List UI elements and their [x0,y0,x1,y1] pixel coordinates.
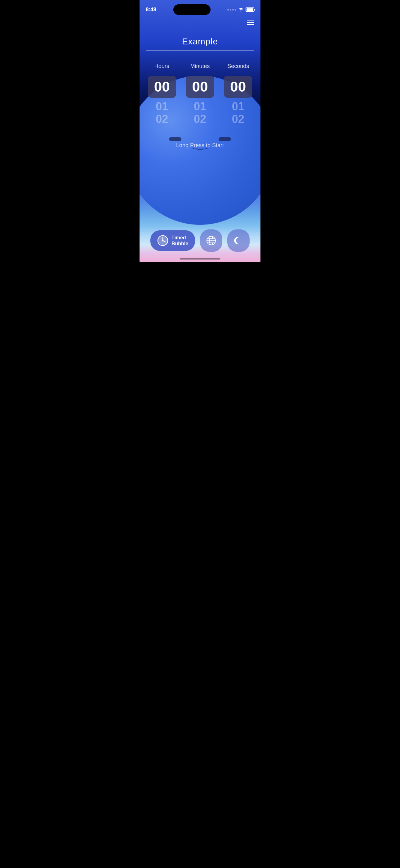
long-press-section[interactable]: Long Press to Start [139,127,261,155]
signal-dot-4 [235,9,236,10]
signal-dot-2 [230,9,231,10]
header [139,18,261,27]
title-divider [146,50,254,51]
battery-fill [246,8,253,11]
dynamic-island [173,4,210,15]
seconds-label: Seconds [219,63,257,69]
hours-below-1: 01 [156,100,168,113]
long-press-text: Long Press to Start [176,142,224,148]
seconds-below-1: 01 [232,100,244,113]
hours-value: 00 [154,79,170,95]
menu-button[interactable] [247,20,254,25]
seconds-value: 00 [230,79,246,95]
minutes-below-1: 01 [194,100,206,113]
battery-icon [245,7,254,12]
tab-timed-bubble[interactable]: Timed Bubble [151,230,195,251]
timed-bubble-label1: Timed [171,235,186,241]
home-indicator [139,258,261,262]
minutes-below-2: 02 [194,113,206,125]
hours-below: 01 02 [156,99,168,127]
seconds-selected: 00 [224,76,252,98]
hours-selected: 00 [148,76,176,98]
seconds-picker[interactable]: 00 01 02 [220,76,256,127]
wifi-icon [238,7,244,12]
minutes-label: Minutes [181,63,219,69]
tab-moon[interactable] [227,229,249,252]
seconds-below-2: 02 [232,113,244,125]
hours-below-2: 02 [156,113,168,125]
menu-line-1 [247,20,254,21]
home-bar [180,258,220,259]
signal-dots [227,9,236,10]
tab-globe[interactable] [200,229,222,252]
app-title: Example [146,37,254,46]
tab-bar: Timed Bubble [139,226,261,258]
timer-section: Hours Minutes Seconds 00 01 02 [139,57,261,127]
timed-bubble-label-group: Timed Bubble [171,235,188,247]
menu-line-2 [247,22,254,23]
hours-label: Hours [143,63,181,69]
timer-labels: Hours Minutes Seconds [143,63,257,69]
title-section: Example [139,27,261,57]
timer-pickers: 00 01 02 00 01 02 [143,76,257,127]
signal-dot-1 [227,9,229,10]
globe-icon [206,235,217,246]
seconds-below: 01 02 [232,99,244,127]
minutes-picker[interactable]: 00 01 02 [182,76,218,127]
status-icons [227,7,254,12]
minutes-below: 01 02 [194,99,206,127]
signal-dot-3 [232,9,234,10]
hours-picker[interactable]: 00 01 02 [144,76,180,127]
minutes-selected: 00 [186,76,214,98]
menu-line-3 [247,24,254,25]
minutes-value: 00 [192,79,208,95]
status-bar: 8:48 [139,0,261,18]
status-time: 8:48 [146,6,156,13]
moon-icon [233,235,244,246]
timed-bubble-label2: Bubble [171,241,188,247]
timed-bubble-icon [157,235,168,246]
